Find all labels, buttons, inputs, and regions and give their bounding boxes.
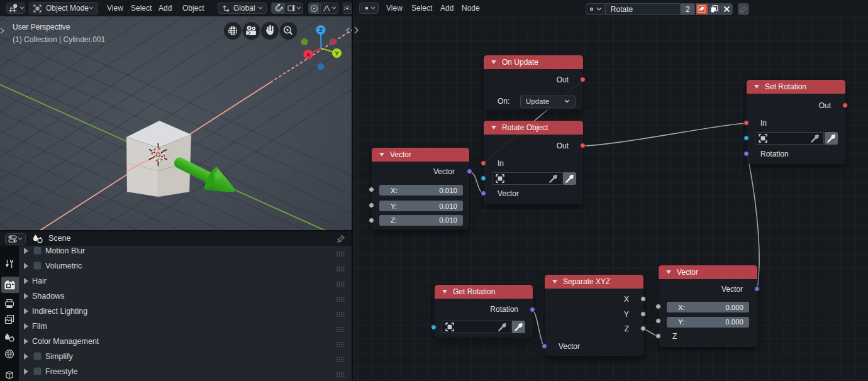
- svg-text:User Perspective: User Perspective: [13, 23, 70, 31]
- svg-text:X: X: [306, 51, 311, 58]
- svg-text:(1) Collection | Cylinder.001: (1) Collection | Cylinder.001: [13, 35, 106, 44]
- svg-text:Y: Y: [335, 50, 339, 57]
- svg-text:Z: Z: [319, 26, 323, 33]
